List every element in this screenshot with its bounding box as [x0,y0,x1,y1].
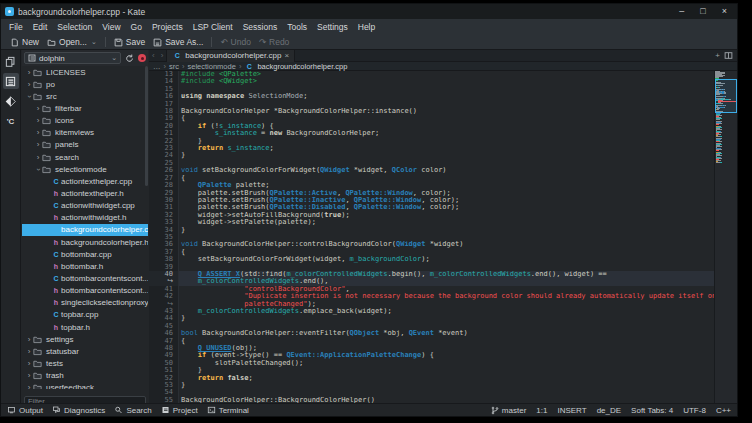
minimap-viewport[interactable] [715,79,737,113]
breadcrumb-collapse-button[interactable]: … [153,62,161,71]
git-tool-button[interactable] [3,93,19,109]
undo-button[interactable]: ↶ Undo [216,36,254,48]
tree-expander-icon[interactable]: › [25,92,34,100]
projects-tool-button[interactable] [3,73,19,89]
dictionary[interactable]: de_DE [597,406,621,415]
tree-item-actiontexthelper-cpp[interactable]: Cactiontexthelper.cpp [22,175,148,187]
tree-expander-icon[interactable]: › [34,165,43,173]
menu-edit[interactable]: Edit [28,20,53,34]
tree-expander-icon[interactable]: › [25,68,33,77]
statusbar-output-button[interactable]: Output [7,406,43,415]
breadcrumb-item-selectionmode[interactable]: selectionmode [188,62,236,71]
menu-tools[interactable]: Tools [282,20,312,34]
syntax-language[interactable]: C++ [716,406,731,415]
tree-item-src[interactable]: ›src [22,90,148,102]
tree-item-tests[interactable]: ›tests [22,357,148,369]
tree-expander-icon[interactable]: › [25,371,33,380]
title-bar[interactable]: backgroundcolorhelper.cpp - Kate – □ × [1,4,737,19]
menu-lsp-client[interactable]: LSP Client [188,20,238,34]
menu-settings[interactable]: Settings [312,20,353,34]
save-as-button[interactable]: Save As... [149,36,207,48]
tree-expander-icon[interactable]: › [34,128,42,137]
tree-expander-icon[interactable]: › [34,116,42,125]
tree-expander-icon[interactable]: › [34,140,42,149]
tree-scrollbar[interactable] [145,66,148,186]
tree-item-selectionmode[interactable]: ›selectionmode [22,163,148,175]
next-document-button[interactable]: › [158,51,167,60]
statusbar-diagnostics-button[interactable]: Diagnostics [52,406,105,415]
tree-item-bottombarcontentscont-[interactable]: Cbottombarcontentscont... [22,272,148,284]
tree-item-userfeedback[interactable]: ›userfeedback [22,382,148,389]
tree-expander-icon[interactable]: › [25,335,33,344]
tree-expander-icon[interactable]: › [34,104,42,113]
tree-item-search[interactable]: ›search [22,151,148,163]
tree-item-bottombar-h[interactable]: hbottombar.h [22,260,148,272]
git-branch-indicator[interactable]: master [491,406,526,415]
tree-item-actionwithwidget-h[interactable]: hactionwithwidget.h [22,212,148,224]
tree-expander-icon[interactable]: › [25,359,33,368]
tree-item-panels[interactable]: ›panels [22,139,148,151]
new-tab-icon[interactable]: + [715,51,720,60]
tab-close-icon[interactable]: × [284,51,289,60]
menu-help[interactable]: Help [353,20,380,34]
tree-item-licenses[interactable]: ›LICENSES [22,66,148,78]
prev-document-button[interactable]: ‹ [149,51,158,60]
tree-item-actionwithwidget-cpp[interactable]: Cactionwithwidget.cpp [22,200,148,212]
tree-item-settings[interactable]: ›settings [22,333,148,345]
tree-item-topbar-cpp[interactable]: Ctopbar.cpp [22,309,148,321]
tree-item-backgroundcolorhelper-c-[interactable]: Cbackgroundcolorhelper.c... [22,224,148,236]
menu-go[interactable]: Go [126,20,147,34]
tree-item-topbar-h[interactable]: htopbar.h [22,321,148,333]
tree-item-filterbar[interactable]: ›filterbar [22,102,148,114]
statusbar-search-button[interactable]: Search [114,406,151,415]
menu-file[interactable]: File [4,20,28,34]
symbols-tool-button[interactable]: 'C [3,113,19,129]
project-selector[interactable]: dolphin ⌄ [24,52,121,64]
menu-view[interactable]: View [97,20,125,34]
input-mode[interactable]: INSERT [557,406,586,415]
tree-expander-icon[interactable]: › [25,383,33,389]
minimap[interactable] [714,71,737,403]
tree-item-icons[interactable]: ›icons [22,115,148,127]
close-button[interactable]: × [722,7,727,16]
tree-item-singleclickselectionproxy-[interactable]: hsingleclickselectionproxy... [22,297,148,309]
tree-item-kitemviews[interactable]: ›kitemviews [22,127,148,139]
cursor-position[interactable]: 1:1 [536,406,547,415]
code-line-14: 14#include <QWidget> [149,78,737,85]
breadcrumb-item-backgroundcolorhelper-cpp[interactable]: backgroundcolorhelper.cpp [257,62,347,71]
tree-item-label: filterbar [55,104,82,113]
redo-button[interactable]: ↷ Redo [255,36,293,48]
new-button[interactable]: New [6,36,43,48]
documents-tool-button[interactable] [3,53,19,69]
encoding[interactable]: UTF-8 [683,406,706,415]
open-dropdown-icon[interactable]: ⌄ [91,38,97,46]
tab-mode[interactable]: Soft Tabs: 4 [631,406,673,415]
tree-item-backgroundcolorhelper-h[interactable]: hbackgroundcolorhelper.h [22,236,148,248]
menu-selection[interactable]: Selection [52,20,97,34]
open-button[interactable]: Open... ⌄ [43,36,101,48]
code-view[interactable]: 13#include <QPalette>14#include <QWidget… [149,71,737,403]
project-refresh-button[interactable] [124,53,135,64]
breadcrumb-item-src[interactable]: src [169,62,179,71]
tree-item-actiontexthelper-h[interactable]: hactiontexthelper.h [22,187,148,199]
tab-backgroundcolorhelper[interactable]: C backgroundcolorhelper.cpp × [166,50,295,62]
cpp-file-icon: C [51,202,61,209]
tree-expander-icon[interactable]: › [25,347,33,356]
maximize-button[interactable]: □ [700,7,705,16]
tree-item-bottombarcontentscont-[interactable]: hbottombarcontentscont... [22,285,148,297]
tree-item-statusbar[interactable]: ›statusbar [22,345,148,357]
tree-expander-icon[interactable]: › [34,153,42,162]
save-button[interactable]: Save [110,36,149,48]
menu-sessions[interactable]: Sessions [238,20,283,34]
menu-projects[interactable]: Projects [147,20,188,34]
tree-item-trash[interactable]: ›trash [22,370,148,382]
split-view-icon[interactable] [724,51,733,60]
minimize-button[interactable]: – [679,7,684,16]
git-status-button[interactable] [138,54,146,62]
tree-expander-icon[interactable]: › [25,80,33,89]
tree-item-po[interactable]: ›po [22,78,148,90]
statusbar-project-button[interactable]: Project [161,406,198,415]
statusbar-terminal-button[interactable]: Terminal [207,406,249,415]
code-text: setBackgroundColorForWidget(widget, m_ba… [179,256,737,263]
tree-item-bottombar-cpp[interactable]: Cbottombar.cpp [22,248,148,260]
